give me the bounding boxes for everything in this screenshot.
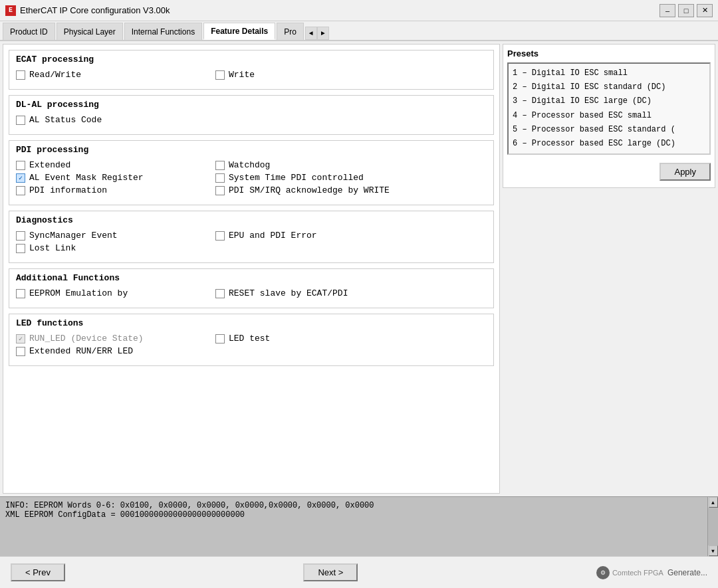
ecat-processing-title: ECAT processing [16,54,487,64]
cb-system-time-pdi[interactable] [215,173,225,183]
tab-feature-details[interactable]: Feature Details [203,23,275,40]
tab-nav-prev[interactable]: ◄ [305,27,317,40]
left-panel: ECAT processing Read/Write Write DL-AL p… [3,44,500,494]
cb-label-al-status-code: AL Status Code [29,115,102,125]
cb-extended[interactable] [16,161,25,170]
preset-item-4[interactable]: 4 – Processor based ESC small [511,109,707,123]
cb-item-pdi-information: PDI information [16,185,215,195]
additional-row-1: EEPROM Emulation by RESET slave by ECAT/… [16,288,487,298]
cb-item-led-test: LED test [215,334,487,343]
info-line-2: XML EEPROM ConfigData = 0001000000000000… [5,510,713,520]
tab-nav-next[interactable]: ► [317,27,329,40]
next-button[interactable]: Next > [303,563,358,581]
preset-item-6[interactable]: 6 – Processor based ESC large (DC) [511,137,707,151]
cb-label-extended-run-err: Extended RUN/ERR LED [29,346,133,356]
cb-al-status-code[interactable] [16,116,25,125]
cb-label-epu-pdi-error: EPU and PDI Error [229,231,317,241]
cb-eeprom-emulation[interactable] [16,289,25,298]
tab-bar: Product ID Physical Layer Internal Funct… [0,21,718,41]
scroll-up-arrow[interactable]: ▲ [709,497,718,508]
cb-label-pdi-sm-irq: PDI SM/IRQ acknowledge by WRITE [229,185,390,195]
cb-item-extended: Extended [16,160,215,170]
scroll-down-arrow[interactable]: ▼ [709,545,718,556]
cb-pdi-sm-irq[interactable] [215,186,225,195]
apply-btn-area: Apply [507,160,711,183]
diagnostics-row-2: Lost Link [16,243,487,253]
presets-list: 1 – Digital IO ESC small 2 – Digital IO … [507,62,711,155]
logo-icon: ⚙ [596,566,610,579]
tab-physical-layer[interactable]: Physical Layer [57,23,123,40]
cb-write[interactable] [215,70,225,80]
cb-label-al-event-mask: AL Event Mask Register [29,173,144,183]
cb-lost-link[interactable] [16,244,25,253]
section-led-functions: LED functions RUN_LED (Device State) LED… [9,314,494,366]
info-scrollbar: ▲ ▼ [707,497,718,556]
cb-label-run-led: RUN_LED (Device State) [29,334,144,343]
led-row-1: RUN_LED (Device State) LED test [16,334,487,343]
pdi-row-2: AL Event Mask Register System Time PDI c… [16,173,487,183]
generate-text[interactable]: Generate... [667,568,707,577]
section-ecat-processing: ECAT processing Read/Write Write [9,50,494,90]
cb-label-led-test: LED test [229,334,270,343]
pdi-title: PDI processing [16,145,487,155]
bottom-right: ⚙ Comtech FPGA Generate... [596,566,707,579]
logo-text: Comtech FPGA [612,569,663,577]
cb-item-write: Write [215,70,487,80]
right-panel: Presets 1 – Digital IO ESC small 2 – Dig… [503,44,715,494]
cb-reset-slave[interactable] [215,289,225,298]
dl-al-row-1: AL Status Code [16,115,487,125]
cb-epu-pdi-error[interactable] [215,231,225,241]
pdi-row-1: Extended Watchdog [16,160,487,170]
cb-item-reset-slave: RESET slave by ECAT/PDI [215,288,487,298]
main-content: ECAT processing Read/Write Write DL-AL p… [0,41,718,496]
cb-run-led [16,334,25,343]
cb-al-event-mask[interactable] [16,173,25,183]
cb-label-extended: Extended [29,160,70,170]
cb-item-epu-pdi-error: EPU and PDI Error [215,231,487,241]
cb-label-read-write: Read/Write [29,70,81,80]
minimize-button[interactable]: – [659,4,675,17]
close-button[interactable]: ✕ [697,4,713,17]
cb-label-lost-link: Lost Link [29,243,76,253]
scroll-track [708,508,718,545]
presets-title: Presets [507,49,711,58]
title-bar: E EtherCAT IP Core configuration V3.00k … [0,0,718,21]
dl-al-title: DL-AL processing [16,100,487,110]
cb-syncmanager-event[interactable] [16,231,25,241]
preset-item-3[interactable]: 3 – Digital IO ESC large (DC) [511,94,707,108]
cb-pdi-information[interactable] [16,186,25,195]
title-bar-text: EtherCAT IP Core configuration V3.00k [20,5,659,15]
section-dl-al-processing: DL-AL processing AL Status Code [9,95,494,135]
maximize-button[interactable]: □ [678,4,694,17]
prev-button[interactable]: < Prev [11,563,65,581]
led-row-2: Extended RUN/ERR LED [16,346,487,356]
tab-product-id[interactable]: Product ID [3,23,55,40]
cb-label-eeprom-emulation: EEPROM Emulation by [29,288,128,298]
cb-extended-run-err[interactable] [16,347,25,356]
tab-pro[interactable]: Pro [277,23,304,40]
preset-item-5[interactable]: 5 – Processor based ESC standard ( [511,123,707,137]
cb-read-write[interactable] [16,70,25,80]
cb-label-reset-slave: RESET slave by ECAT/PDI [229,288,348,298]
info-bar: INFO: EEPROM Words 0-6: 0x0100, 0x0000, … [0,496,718,556]
comtech-logo: ⚙ Comtech FPGA [596,566,663,579]
preset-item-1[interactable]: 1 – Digital IO ESC small [511,66,707,80]
diagnostics-title: Diagnostics [16,215,487,225]
cb-item-run-led: RUN_LED (Device State) [16,334,215,343]
pdi-row-3: PDI information PDI SM/IRQ acknowledge b… [16,185,487,195]
cb-label-pdi-information: PDI information [29,185,107,195]
cb-label-system-time-pdi: System Time PDI controlled [229,173,364,183]
section-additional-functions: Additional Functions EEPROM Emulation by… [9,268,494,308]
cb-item-watchdog: Watchdog [215,160,487,170]
cb-watchdog[interactable] [215,161,225,170]
info-line-1: INFO: EEPROM Words 0-6: 0x0100, 0x0000, … [5,501,713,510]
led-functions-title: LED functions [16,318,487,328]
tab-internal-functions[interactable]: Internal Functions [124,23,202,40]
cb-led-test[interactable] [215,334,225,343]
cb-item-system-time-pdi: System Time PDI controlled [215,173,487,183]
cb-item-read-write: Read/Write [16,70,215,80]
apply-button[interactable]: Apply [659,163,711,181]
presets-box: Presets 1 – Digital IO ESC small 2 – Dig… [503,44,715,188]
preset-item-2[interactable]: 2 – Digital IO ESC standard (DC) [511,80,707,94]
diagnostics-row-1: SyncManager Event EPU and PDI Error [16,231,487,241]
